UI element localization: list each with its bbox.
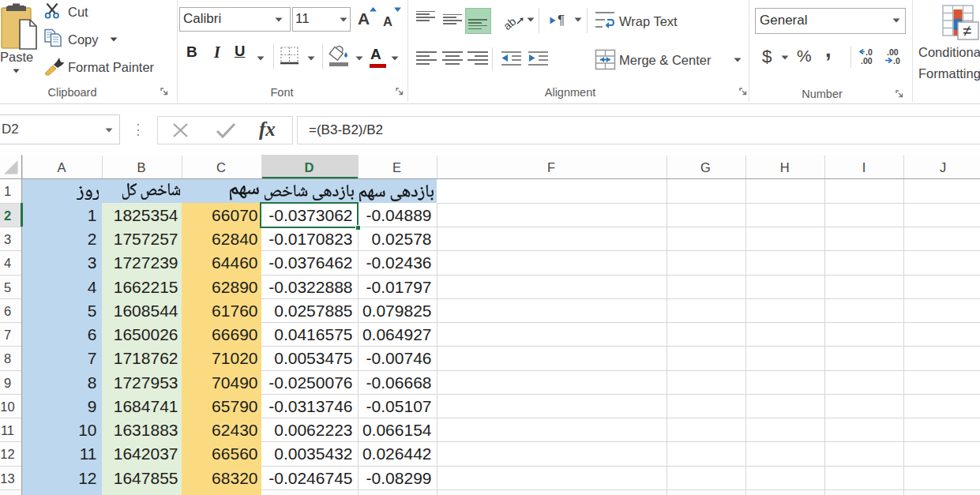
svg-text:.00: .00 bbox=[861, 56, 873, 65]
svg-text:ab: ab bbox=[501, 15, 519, 31]
svg-text:≠: ≠ bbox=[963, 22, 971, 39]
svg-text:.0: .0 bbox=[893, 56, 900, 65]
